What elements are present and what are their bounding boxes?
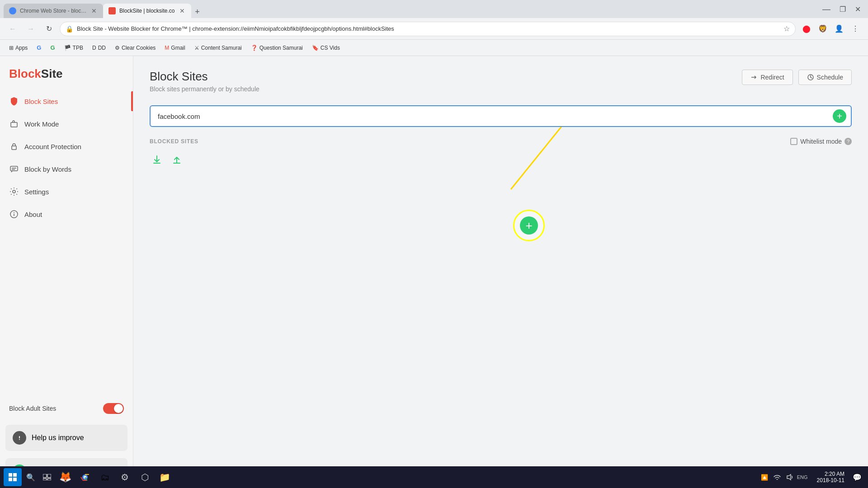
help-improve-label: Help us improve xyxy=(32,434,84,442)
tab-bar: Chrome Web Store - block site ✕ BlockSit… xyxy=(4,0,815,18)
cs-vids-icon: 🔖 xyxy=(312,45,319,51)
windows-logo-icon xyxy=(9,473,17,481)
speaker-icon xyxy=(786,474,793,481)
taskbar: 🔍 🦊 🗂 ⚙ ⬡ 📁 🔼 xyxy=(0,466,868,488)
site-input[interactable] xyxy=(150,105,852,127)
bookmark-g2[interactable]: G xyxy=(47,42,58,53)
import-icon xyxy=(152,155,162,164)
back-button[interactable]: ← xyxy=(5,22,20,36)
taskbar-search-icon[interactable]: 🔍 xyxy=(24,470,38,484)
cs-vids-label: CS Vids xyxy=(321,45,340,51)
address-bar[interactable]: 🔒 Block Site - Website Blocker for Chrom… xyxy=(60,22,796,36)
export-button[interactable] xyxy=(170,152,184,167)
clock-time: 2:20 AM xyxy=(825,471,844,477)
tpb-label: TPB xyxy=(73,45,83,51)
bookmark-dd[interactable]: D DD xyxy=(89,43,109,53)
opera-icon[interactable]: ⬤ xyxy=(799,22,814,36)
menu-icon[interactable]: ⋮ xyxy=(848,22,863,36)
chrome-store-tab-label: Chrome Web Store - block site xyxy=(20,8,87,14)
language-indicator[interactable]: ENG xyxy=(797,472,808,483)
settings-gear-icon xyxy=(9,187,19,197)
bookmark-tpb[interactable]: 🏴 TPB xyxy=(61,43,87,53)
help-icon xyxy=(13,431,26,445)
svg-rect-16 xyxy=(9,478,12,481)
brave-icon[interactable]: 🦁 xyxy=(816,22,830,36)
taskbar-chrome[interactable] xyxy=(76,468,94,486)
taskbar-cortana[interactable]: ⬡ xyxy=(136,468,154,486)
schedule-button[interactable]: Schedule xyxy=(798,70,852,85)
sidebar-item-block-words[interactable]: Block by Words xyxy=(0,158,133,180)
new-tab-button[interactable]: + xyxy=(191,5,204,18)
blocksite-close-btn[interactable]: ✕ xyxy=(179,6,186,15)
lock-icon xyxy=(9,141,19,151)
wifi-icon xyxy=(774,474,781,481)
logo-text: BlockSite xyxy=(9,67,63,80)
reload-button[interactable]: ↻ xyxy=(42,22,56,36)
svg-rect-21 xyxy=(47,479,51,480)
toggle-knob xyxy=(114,404,123,413)
bookmark-g1[interactable]: G xyxy=(33,42,45,53)
tab-blocksite[interactable]: BlockSite | blocksite.co ✕ xyxy=(103,4,191,18)
clear-cookies-label: Clear Cookies xyxy=(122,45,156,51)
tab-chrome-store[interactable]: Chrome Web Store - block site ✕ xyxy=(4,4,103,18)
page-subtitle: Block sites permanently or by schedule xyxy=(150,85,259,93)
redirect-icon xyxy=(750,74,758,81)
bookmark-apps[interactable]: ⊞ Apps xyxy=(5,43,31,53)
notification-button[interactable]: 💬 xyxy=(850,470,864,484)
svg-rect-1 xyxy=(12,146,16,150)
svg-rect-2 xyxy=(10,166,18,171)
taskbar-clock[interactable]: 2:20 AM 2018-10-11 xyxy=(813,471,848,483)
svg-rect-20 xyxy=(43,479,47,480)
taskbar-settings[interactable]: ⚙ xyxy=(116,468,134,486)
import-button[interactable] xyxy=(150,152,164,167)
forward-button[interactable]: → xyxy=(24,22,38,36)
tray-up-arrow-icon[interactable]: 🔼 xyxy=(759,472,770,483)
sidebar: BlockSite Block Sites xyxy=(0,56,133,488)
sidebar-item-block-sites[interactable]: Block Sites xyxy=(0,90,133,113)
bookmark-content-samurai[interactable]: ⚔ Content Samurai xyxy=(191,43,245,53)
blocksite-tab-label: BlockSite | blocksite.co xyxy=(119,8,175,14)
content-samurai-icon: ⚔ xyxy=(194,45,199,51)
task-view-button[interactable] xyxy=(40,470,54,484)
chrome-store-close-btn[interactable]: ✕ xyxy=(90,6,98,15)
sidebar-item-work-mode[interactable]: Work Mode xyxy=(0,113,133,135)
start-button[interactable] xyxy=(4,468,22,486)
block-adult-sites-toggle[interactable] xyxy=(103,403,124,414)
sidebar-item-settings[interactable]: Settings xyxy=(0,180,133,203)
work-mode-label: Work Mode xyxy=(24,120,59,128)
whitelist-help-icon[interactable]: ? xyxy=(844,138,852,145)
sidebar-nav: Block Sites Work Mode xyxy=(0,90,133,396)
bookmark-clear-cookies[interactable]: ⚙ Clear Cookies xyxy=(111,43,159,53)
nav-bar: ← → ↻ 🔒 Block Site - Website Blocker for… xyxy=(0,18,868,40)
taskbar-explorer[interactable]: 🗂 xyxy=(96,468,114,486)
maximize-button[interactable]: ❐ xyxy=(836,3,849,15)
logo-highlight: Block xyxy=(9,67,41,80)
active-indicator xyxy=(131,91,133,111)
gmail-icon: M xyxy=(165,45,169,51)
help-improve-button[interactable]: Help us improve xyxy=(5,425,127,451)
address-security-icon: 🔒 xyxy=(66,25,73,33)
minimize-button[interactable]: — xyxy=(819,3,834,16)
redirect-button[interactable]: Redirect xyxy=(742,70,793,85)
taskbar-firefox[interactable]: 🦊 xyxy=(56,468,74,486)
sidebar-item-account-protection[interactable]: Account Protection xyxy=(0,135,133,158)
profile-icon[interactable]: 👤 xyxy=(832,22,846,36)
bookmark-gmail[interactable]: M Gmail xyxy=(161,43,189,53)
chrome-store-favicon xyxy=(9,7,16,14)
briefcase-icon xyxy=(9,119,19,129)
bookmark-question-samurai[interactable]: ❓ Question Samurai xyxy=(247,43,307,53)
window-controls: — ❐ ✕ xyxy=(815,3,864,16)
whitelist-checkbox[interactable] xyxy=(790,138,797,145)
add-site-button[interactable]: + xyxy=(833,109,846,123)
bookmark-star-icon[interactable]: ☆ xyxy=(783,24,790,33)
taskbar-files[interactable]: 📁 xyxy=(156,468,174,486)
close-button[interactable]: ✕ xyxy=(851,3,864,15)
sidebar-item-about[interactable]: About xyxy=(0,203,133,225)
network-icon[interactable] xyxy=(772,472,783,483)
question-samurai-icon: ❓ xyxy=(251,45,258,51)
volume-icon[interactable] xyxy=(784,472,795,483)
task-view-icon xyxy=(43,474,51,480)
title-bar: Chrome Web Store - block site ✕ BlockSit… xyxy=(0,0,868,18)
content-area: BlockSite Block Sites xyxy=(0,56,868,488)
bookmark-cs-vids[interactable]: 🔖 CS Vids xyxy=(308,43,344,53)
